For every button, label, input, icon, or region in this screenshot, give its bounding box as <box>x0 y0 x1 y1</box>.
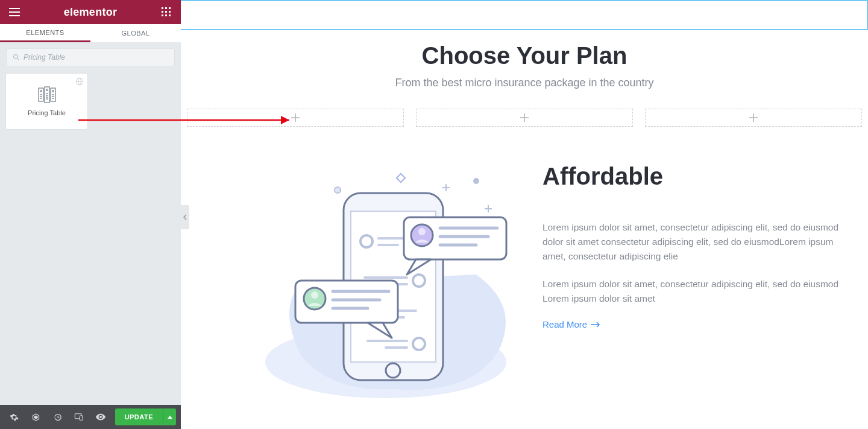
arrow-right-icon <box>591 322 600 328</box>
hero-section: Choose Your Plan From the best micro ins… <box>181 42 868 89</box>
section-paragraph-2: Lorem ipsum dolor sit amet, consectetur … <box>542 277 850 306</box>
affordable-text: Affordable Lorem ipsum dolor sit amet, c… <box>542 163 850 330</box>
widget-pricing-table[interactable]: Pricing Table <box>6 74 87 129</box>
svg-rect-1 <box>165 7 167 9</box>
collapse-panel-button[interactable] <box>181 205 189 229</box>
search-input[interactable] <box>24 53 168 62</box>
affordable-section: Affordable Lorem ipsum dolor sit amet, c… <box>181 127 868 404</box>
update-more-button[interactable] <box>163 408 176 425</box>
svg-rect-0 <box>162 7 163 9</box>
svg-rect-2 <box>169 7 171 9</box>
tab-global[interactable]: GLOBAL <box>90 24 181 42</box>
empty-column-1[interactable] <box>187 109 404 127</box>
preview-icon[interactable] <box>92 408 110 426</box>
panel-tabs: ELEMENTS GLOBAL <box>0 24 181 42</box>
read-more-label: Read More <box>542 319 587 329</box>
widget-search[interactable] <box>6 48 175 66</box>
section-title: Affordable <box>542 163 850 190</box>
empty-column-2[interactable] <box>416 109 633 127</box>
svg-point-17 <box>40 91 42 92</box>
phone-chat-illustration <box>229 163 518 404</box>
svg-point-60 <box>335 187 341 193</box>
plus-icon <box>749 113 758 122</box>
section-paragraph-1: Lorem ipsum dolor sit amet, consectetur … <box>542 220 850 264</box>
editor-canvas: Choose Your Plan From the best micro ins… <box>181 0 868 429</box>
svg-rect-8 <box>169 14 171 16</box>
read-more-link[interactable]: Read More <box>542 319 600 329</box>
sidebar-footer: UPDATE <box>0 405 181 429</box>
svg-rect-31 <box>80 416 83 420</box>
svg-rect-6 <box>162 14 163 16</box>
svg-rect-4 <box>165 11 167 13</box>
empty-column-3[interactable] <box>645 109 862 127</box>
svg-point-18 <box>46 89 48 91</box>
chevron-left-icon <box>183 214 187 220</box>
plus-icon <box>520 113 529 122</box>
plus-icon <box>291 113 300 122</box>
history-icon[interactable] <box>48 408 66 426</box>
globe-icon <box>75 77 84 87</box>
svg-line-10 <box>17 59 19 60</box>
empty-columns-row <box>181 109 868 127</box>
update-button[interactable]: UPDATE <box>115 408 163 425</box>
svg-point-9 <box>14 55 18 59</box>
svg-rect-5 <box>169 11 171 13</box>
svg-rect-3 <box>162 11 163 13</box>
hero-title: Choose Your Plan <box>193 42 856 69</box>
hero-subtitle: From the best micro insurance package in… <box>193 77 856 89</box>
svg-point-56 <box>311 291 318 299</box>
responsive-icon[interactable] <box>70 408 88 426</box>
brand-logo: elementor <box>64 6 118 19</box>
apps-grid-icon[interactable] <box>159 5 174 19</box>
settings-icon[interactable] <box>5 408 23 426</box>
sidebar-header: elementor <box>0 0 181 24</box>
svg-rect-7 <box>165 14 167 16</box>
svg-point-62 <box>474 179 479 183</box>
svg-rect-61 <box>397 174 405 182</box>
svg-point-50 <box>418 228 426 235</box>
selected-section-outline[interactable] <box>181 0 868 30</box>
search-icon <box>13 54 20 61</box>
pricing-table-icon <box>38 86 56 103</box>
navigator-icon[interactable] <box>27 408 45 426</box>
menu-icon[interactable] <box>7 5 22 19</box>
svg-point-19 <box>52 91 54 92</box>
widget-label: Pricing Table <box>28 109 66 116</box>
editor-sidebar: elementor ELEMENTS GLOBAL <box>0 0 181 429</box>
tab-elements[interactable]: ELEMENTS <box>0 24 90 42</box>
